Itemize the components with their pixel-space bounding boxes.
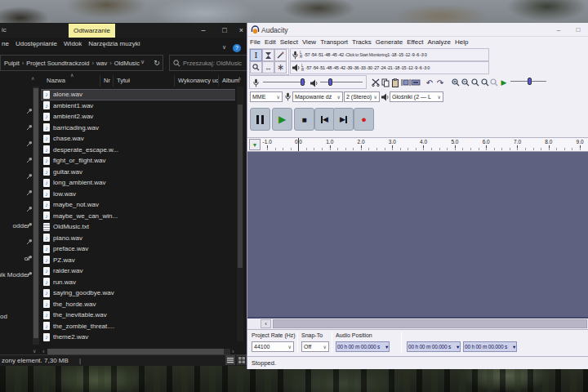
file-row[interactable]: ♪ desperate_escape.w... [41,145,235,156]
minimize-icon[interactable]: – [194,23,212,38]
file-row[interactable]: ♪ maybe_not.wav [41,199,235,211]
file-row[interactable]: ♪ PZ.wav [41,255,235,266]
nav-scroll-up-icon[interactable]: ∧ [31,75,34,81]
help-icon[interactable]: ? [233,44,241,52]
list-scrollbar-thumb[interactable] [238,105,243,268]
menu-item[interactable]: View [302,38,316,46]
recording-meter[interactable]: LR -57 -54 -51 -48 -45 -42 -Click to Sta… [290,48,489,61]
nav-scrollbar-thumb[interactable] [33,88,38,338]
menu-item[interactable]: Effect [407,38,423,46]
silence-audio-button[interactable] [410,77,421,88]
selection-start-field[interactable]: 00 h 00 m 00.000 s▾ [407,341,461,352]
menu-item[interactable]: Transport [320,38,348,46]
maximize-icon[interactable]: □ [216,23,234,38]
recording-device-select[interactable]: Mapowanie dź∨ [292,91,343,102]
file-row[interactable]: ♪ raider.wav [41,265,235,277]
file-row[interactable]: ♪ saying_goodbye.wav [41,287,235,299]
search-input[interactable]: Przeszukaj: OldMusic [169,55,247,71]
track-area[interactable] [247,152,588,318]
undo-button[interactable]: ↶ [424,77,435,88]
menu-item[interactable]: Generate [376,38,403,46]
stop-button[interactable]: ■ [294,108,314,131]
ribbon-tab[interactable]: Udostępnianie [16,40,57,51]
file-row[interactable]: ♪ chase.wav [41,133,235,145]
audio-position-field[interactable]: 00 h 00 m 00.000 s▾ [336,341,390,352]
breadcrumb-item[interactable]: wav [96,60,107,67]
paste-button[interactable] [390,77,401,88]
play-button[interactable]: ▶ [272,108,292,131]
envelope-tool-button[interactable] [262,49,274,61]
file-row[interactable]: ♪ the_inevitable.wav [41,310,235,321]
menu-item[interactable]: Edit [265,38,276,46]
project-rate-select[interactable]: 44100∨ [252,341,294,352]
menu-item[interactable]: Tracks [352,38,372,46]
playback-meter[interactable]: LR -57 -54 -51 -48 -45 -42 -39 -36 -33 -… [290,61,489,74]
play-speed-knob[interactable] [528,78,532,85]
file-row[interactable]: ♪ the_zombie_threat.... [41,321,235,332]
recording-volume-slider[interactable] [263,82,305,82]
recording-volume-knob[interactable] [301,78,305,86]
thumbnails-view-icon[interactable] [237,355,247,365]
minimize-icon[interactable]: – [551,24,566,36]
close-icon[interactable]: × [235,23,247,38]
file-row[interactable]: ♪ the_horde.wav [41,299,235,310]
tab-odtwarzanie[interactable]: Odtwarzanie [69,24,115,38]
skip-to-start-button[interactable]: ◀ [314,108,335,131]
audio-host-select[interactable]: MME∨ [250,91,283,102]
file-row[interactable]: ♪ ambient2.wav [41,111,235,122]
breadcrumb[interactable]: Pulpit›Project Soundtrackzoid›wav›OldMus… [0,55,163,71]
ribbon-tab[interactable]: ne [2,40,9,51]
column-header-title[interactable]: Tytuł [113,75,174,87]
ribbon-collapse-icon[interactable]: ∨ [222,44,226,51]
menu-item[interactable]: File [250,38,261,46]
audacity-hscroll-thumb[interactable] [273,319,587,328]
file-row[interactable]: ♪ alone.wav [41,89,235,100]
file-row[interactable]: ♪ barricading.wav [41,122,235,134]
snap-to-select[interactable]: Off∨ [301,341,329,352]
column-header-nr[interactable]: Nr [100,75,113,87]
selection-tool-button[interactable]: I [250,49,262,61]
multi-tool-button[interactable]: ∗ [274,61,287,74]
timeshift-tool-button[interactable]: ↔ [262,61,274,74]
nav-item-label-partial[interactable]: od [0,313,7,320]
file-row[interactable]: ♪ ambient1.wav [41,100,235,112]
ribbon-tab[interactable]: Narzędzia muzyki [88,40,140,51]
draw-tool-button[interactable] [274,49,287,61]
playback-device-select[interactable]: Głośniki (2 — L∨ [390,91,443,102]
nav-scroll-down-icon[interactable]: ∨ [33,348,36,354]
file-row[interactable]: ♪ OldMusic.txt [41,221,235,233]
playback-volume-knob[interactable] [328,78,332,86]
breadcrumb-item[interactable]: Project Soundtrackzoid [26,60,89,67]
redo-button[interactable]: ↷ [434,77,446,88]
pause-button[interactable] [250,108,270,131]
breadcrumb-item[interactable]: Pulpit [4,60,20,67]
file-row[interactable]: ♪ maybe_we_can_win... [41,211,235,222]
file-row[interactable]: ♪ preface.wav [41,243,235,255]
playback-volume-slider[interactable] [320,82,363,82]
file-row[interactable]: ♪ piano.wav [41,233,235,244]
hscroll-left-icon[interactable]: ‹ [261,319,271,328]
ribbon-tab[interactable]: Widok [64,40,82,51]
details-view-icon[interactable] [225,355,235,365]
menu-item[interactable]: Analyze [427,38,450,46]
menu-item[interactable]: Select [280,38,298,46]
file-row[interactable]: ♪ fight_or_flight.wav [41,155,235,167]
file-row[interactable]: ♪ guitar.wav [41,167,235,178]
file-row[interactable]: ♪ long_ambient.wav [41,177,235,189]
column-header-artists[interactable]: Wykonawcy uczes... [174,75,218,87]
recording-channels-select[interactable]: 2 (Stereo)∨ [344,91,380,102]
list-scroll-up-icon[interactable]: ∧ [238,75,241,81]
breadcrumb-item[interactable]: OldMusic [114,60,140,67]
skip-to-end-button[interactable]: ▶ [333,108,354,131]
refresh-icon[interactable]: ↻ [151,55,163,71]
file-row[interactable]: ♪ run.wav [41,277,235,288]
file-row[interactable]: ♪ low.wav [41,189,235,200]
play-at-speed-button[interactable]: ▶ [498,77,510,88]
maximize-icon[interactable]: □ [571,24,586,36]
column-header-album[interactable]: Album [218,75,247,87]
file-row[interactable]: ♪ theme2.wav [41,332,235,343]
record-button[interactable]: ● [354,108,374,131]
address-dropdown-icon[interactable]: ∨ [140,59,145,65]
selection-end-field[interactable]: 00 h 00 m 00.000 s▾ [463,341,517,352]
zoom-tool-button[interactable] [250,61,262,74]
